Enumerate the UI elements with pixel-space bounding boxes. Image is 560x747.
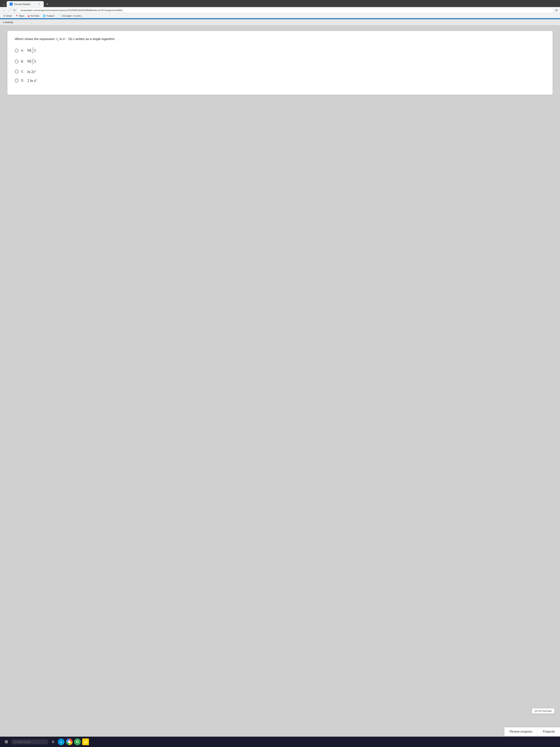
bookmark-gmail[interactable]: ✉ Gmail [2,14,13,18]
activity-header: n Activity [0,19,560,25]
new-tab-button[interactable]: + [45,1,50,7]
bookmark-gmail-label: Gmail [6,15,12,17]
extensions-button[interactable]: ⚙ [555,8,559,13]
tab-close-button[interactable]: × [38,2,41,6]
bookmark-2ndpaper[interactable]: 📄 2nd paper: In some... [57,14,84,18]
expr-a: ln(2x2) [27,47,35,54]
expr-b: ln(x22) [27,58,35,65]
taskbar-edge-icon[interactable]: e [58,739,64,745]
option-c[interactable]: C. ln 2x2 [15,69,545,74]
bookmark-2ndpaper-label: 2nd paper: In some... [62,15,83,17]
taskbar-chrome-icon[interactable] [66,739,73,745]
youtube-icon: ▶ [28,15,30,17]
bookmark-maps[interactable]: 📍 Maps [14,14,26,18]
taskbar-task-view[interactable]: ⧉ [50,739,56,745]
forward-button[interactable]: → [7,8,11,13]
expr-d: 2 ln x2 [27,78,37,83]
pregunta-button[interactable]: Pregunta [538,727,560,736]
label-a: A. [21,49,24,52]
youtube-notification-badge[interactable]: (2713) YouTube [532,708,555,714]
radio-c[interactable] [15,70,19,73]
bookmark-youtube-label: YouTube [31,15,39,17]
address-bar[interactable]: avvasrealize.com/assignments/viewer/clas… [18,8,553,13]
tab-favicon: S [10,3,12,5]
option-a[interactable]: A. ln(2x2) [15,47,545,54]
reload-button[interactable]: ↻ [12,8,17,13]
label-b: B. [21,60,24,63]
taskbar-google-icon[interactable]: G [74,739,81,745]
question-text: Which shows the expression 1⁄2 ln 4 − 2l… [15,36,545,42]
page-content: Which shows the expression 1⁄2 ln 4 − 2l… [0,25,560,747]
radio-b[interactable] [15,60,19,63]
maps-icon: 📍 [16,15,18,17]
active-tab[interactable]: S Savvas Realize × [7,1,44,7]
activity-label: n Activity [3,21,13,24]
expr-c: ln 2x2 [27,69,36,74]
paper-icon: 📄 [58,15,61,17]
tab-bar: × S Savvas Realize × + [1,1,559,7]
bookmark-traducir[interactable]: 🌐 Traducir [42,14,56,18]
bookmark-traducir-label: Traducir [47,15,55,17]
url-text: avvasrealize.com/assignments/viewer/clas… [20,9,123,12]
windows-start-button[interactable]: ⊞ [3,739,10,745]
tab-title: Savvas Realize [14,3,37,5]
question-card: Which shows the expression 1⁄2 ln 4 − 2l… [7,31,553,95]
gmail-icon: ✉ [3,15,5,17]
bookmarks-bar: ✉ Gmail 📍 Maps ▶ YouTube 🌐 Traducir 📄 2n… [0,14,560,18]
label-d: D. [21,79,24,82]
close-icon[interactable]: × [3,3,4,6]
tab-close-area[interactable]: × [1,3,6,7]
bottom-action-bar: Revisar progreso Pregunta [504,727,560,736]
label-c: C. [21,70,24,73]
bookmark-youtube[interactable]: ▶ YouTube [27,14,41,18]
translate-icon: 🌐 [43,15,46,17]
radio-a[interactable] [15,49,19,52]
taskbar: ⊞ ⧉ e G 📁 [0,737,560,747]
taskbar-files-icon[interactable]: 📁 [82,739,89,745]
radio-d[interactable] [15,79,19,82]
browser-chrome: × S Savvas Realize × + [0,0,560,7]
option-b[interactable]: B. ln(x22) [15,58,545,65]
bookmark-maps-label: Maps [19,15,24,17]
revisar-progreso-button[interactable]: Revisar progreso [504,727,538,736]
back-button[interactable]: ← [1,8,6,13]
address-bar-row: ← → ↻ avvasrealize.com/assignments/viewe… [0,7,560,14]
yt-badge-text: (2713) YouTube [535,710,552,712]
taskbar-search-input[interactable] [11,740,48,744]
option-d[interactable]: D. 2 ln x2 [15,78,545,83]
